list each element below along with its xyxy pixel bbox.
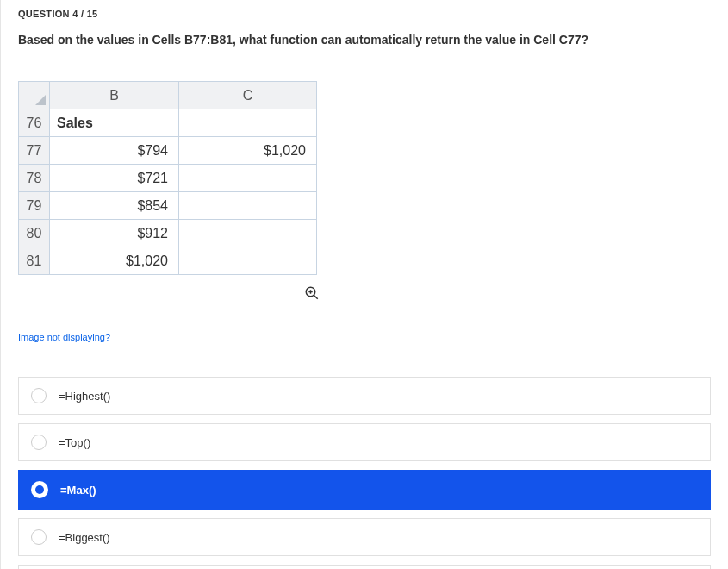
option-label: =Top() xyxy=(59,436,90,449)
option-ceiling[interactable]: =Ceiling() xyxy=(18,565,711,569)
option-biggest[interactable]: =Biggest() xyxy=(18,518,711,556)
cell-b80: $912 xyxy=(50,220,179,247)
option-label: =Max() xyxy=(60,484,96,497)
table-row: 81 $1,020 xyxy=(19,247,317,275)
option-label: =Biggest() xyxy=(59,531,110,544)
row-header: 80 xyxy=(19,220,50,247)
spreadsheet-table: B C 76 Sales 77 $794 $1,020 78 $721 79 xyxy=(18,81,317,275)
cell-c81 xyxy=(179,247,317,275)
cell-c76 xyxy=(179,109,317,137)
option-label: =Highest() xyxy=(59,390,110,403)
svg-point-5 xyxy=(35,485,44,494)
cell-c78 xyxy=(179,165,317,192)
spreadsheet-image: B C 76 Sales 77 $794 $1,020 78 $721 79 xyxy=(18,81,711,304)
row-header: 78 xyxy=(19,165,50,192)
cell-b81: $1,020 xyxy=(50,247,179,275)
cell-c80 xyxy=(179,220,317,247)
row-header: 79 xyxy=(19,192,50,220)
cell-b77: $794 xyxy=(50,137,179,165)
row-header: 77 xyxy=(19,137,50,165)
table-row: 76 Sales xyxy=(19,109,317,137)
col-header-b: B xyxy=(50,82,179,109)
svg-line-1 xyxy=(314,295,318,299)
radio-icon xyxy=(31,529,47,545)
option-max[interactable]: =Max() xyxy=(18,470,711,510)
radio-icon xyxy=(31,388,47,403)
table-row: 80 $912 xyxy=(19,220,317,247)
row-header: 81 xyxy=(19,247,50,275)
cell-c77: $1,020 xyxy=(179,137,317,165)
select-all-triangle-icon xyxy=(35,95,46,105)
cell-b79: $854 xyxy=(50,192,179,220)
table-row: 77 $794 $1,020 xyxy=(19,137,317,165)
cell-b76: Sales xyxy=(50,109,179,137)
table-row: 79 $854 xyxy=(19,192,317,220)
col-header-c: C xyxy=(179,82,317,109)
answer-options: =Highest() =Top() =Max() =Biggest() =Cei… xyxy=(18,377,711,569)
table-row: 78 $721 xyxy=(19,165,317,192)
question-counter: QUESTION 4 / 15 xyxy=(18,9,711,19)
corner-header xyxy=(19,82,50,109)
zoom-in-icon[interactable] xyxy=(304,285,320,304)
radio-icon xyxy=(31,435,47,450)
option-highest[interactable]: =Highest() xyxy=(18,377,711,415)
cell-c79 xyxy=(179,192,317,220)
question-text: Based on the values in Cells B77:B81, wh… xyxy=(18,33,711,47)
radio-selected-icon xyxy=(31,481,48,498)
cell-b78: $721 xyxy=(50,165,179,192)
option-top[interactable]: =Top() xyxy=(18,423,711,461)
row-header: 76 xyxy=(19,109,50,137)
image-not-displaying-link[interactable]: Image not displaying? xyxy=(18,332,110,342)
